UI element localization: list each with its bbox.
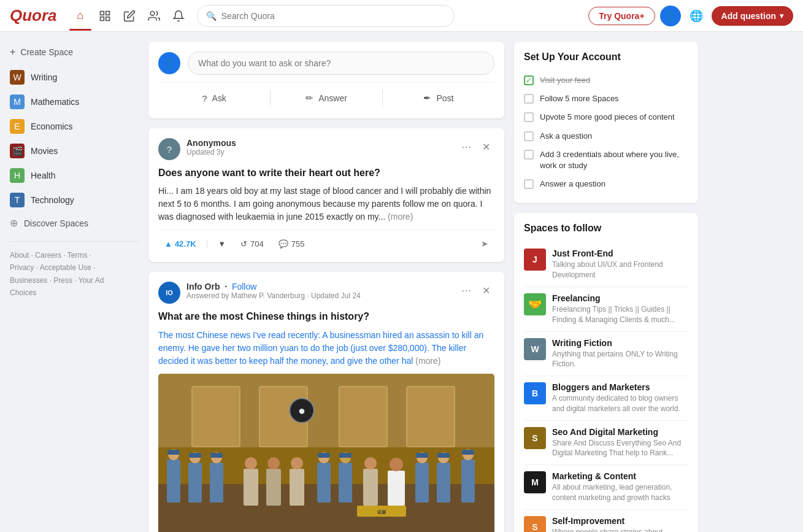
sidebar-item-economics[interactable]: E Economics <box>10 114 139 139</box>
sidebar-item-health[interactable]: H Health <box>10 163 139 188</box>
spaces-to-follow-widget: Spaces to follow J Just Front-End Talkin… <box>514 213 698 532</box>
answer-icon: ✏ <box>305 93 313 104</box>
space-item-0[interactable]: J Just Front-End Talking about UI/UX and… <box>524 242 688 287</box>
post-meta-2: Info Orb · Follow Answered by Mathew P. … <box>186 282 451 300</box>
svg-rect-0 <box>100 11 104 15</box>
share-button-1[interactable]: ➤ <box>475 235 494 252</box>
post-button[interactable]: ✒ Post <box>383 88 494 109</box>
svg-rect-47 <box>210 453 223 458</box>
space-desc-1: Freelancing Tips || Tricks || Guides || … <box>552 304 688 325</box>
language-button[interactable]: 🌐 <box>686 6 707 26</box>
svg-rect-49 <box>339 453 352 458</box>
checklist-item-0: ✓ Visit your feed <box>524 71 688 90</box>
checklist-label-0: Visit your feed <box>540 75 590 86</box>
plus-icon: + <box>10 47 15 58</box>
reshare-icon-1: ↺ <box>240 239 247 249</box>
sidebar-item-movies[interactable]: 🎬 Movies <box>10 139 139 163</box>
space-info-3: Bloggers and Marketers A community dedic… <box>552 382 688 414</box>
notifications-nav-button[interactable] <box>167 5 190 27</box>
create-space-button[interactable]: + Create Space <box>10 42 139 65</box>
svg-rect-2 <box>100 17 104 20</box>
space-name-0: Just Front-End <box>552 249 688 258</box>
sidebar-item-technology[interactable]: T Technology <box>10 188 139 212</box>
discover-spaces-button[interactable]: ⊕ Discover Spaces <box>10 212 139 234</box>
sidebar-item-writing[interactable]: W Writing <box>10 65 139 90</box>
post-more-link-2[interactable]: (more) <box>415 356 440 366</box>
svg-rect-48 <box>318 453 330 458</box>
post-meta-1: Anonymous Updated 3y <box>186 138 451 156</box>
space-desc-2: Anything that pertains ONLY to Writing F… <box>552 349 688 370</box>
svg-rect-23 <box>210 463 223 503</box>
downvote-button-1[interactable]: ▼ <box>212 236 232 252</box>
court-scene-image: 🕐 <box>158 374 494 532</box>
space-icon-5: M <box>524 471 546 493</box>
feed-nav-button[interactable] <box>94 5 116 27</box>
post-more-link-1[interactable]: (more) <box>388 212 413 222</box>
try-plus-button[interactable]: Try Quora+ <box>588 7 655 25</box>
post-more-button-2[interactable]: ⋯ <box>458 282 475 299</box>
svg-rect-19 <box>167 460 180 503</box>
answer-button[interactable]: ✏ Answer <box>271 88 382 109</box>
people-nav-button[interactable] <box>143 5 165 27</box>
post-card-1: ? Anonymous Updated 3y ⋯ ✕ Does anyone w… <box>148 128 504 262</box>
post-more-button-1[interactable]: ⋯ <box>458 138 475 155</box>
space-icon-2: W <box>524 338 546 360</box>
svg-rect-43 <box>461 460 475 503</box>
post-close-button-1[interactable]: ✕ <box>477 138 494 155</box>
ask-avatar: 👤 <box>158 52 180 74</box>
quora-logo[interactable]: Quora <box>10 6 57 25</box>
post-icon: ✒ <box>423 93 431 104</box>
home-nav-button[interactable]: ⌂ <box>69 5 91 27</box>
checklist-item-5: Answer a question <box>524 175 688 193</box>
vote-divider-1: | <box>206 239 209 249</box>
checklist-checkbox-0[interactable]: ✓ <box>524 75 534 85</box>
checklist-checkbox-3[interactable] <box>524 131 534 141</box>
space-item-5[interactable]: M Marketing & Content All about marketin… <box>524 465 688 510</box>
post-image-2: 🕐 <box>158 374 494 532</box>
svg-rect-1 <box>106 11 109 15</box>
post-close-button-2[interactable]: ✕ <box>477 282 494 299</box>
reshare-button-1[interactable]: ↺ 704 <box>234 236 270 252</box>
edit-nav-button[interactable] <box>118 5 140 27</box>
post-card-2: IO Info Orb · Follow Answered by Mathew … <box>148 272 504 532</box>
space-item-2[interactable]: W Writing Fiction Anything that pertains… <box>524 332 688 377</box>
ask-button[interactable]: ? Ask <box>158 88 270 109</box>
space-item-4[interactable]: S Seo And Digital Marketing Share And Di… <box>524 421 688 466</box>
checklist-checkbox-4[interactable] <box>524 150 534 160</box>
checklist-checkbox-1[interactable] <box>524 94 534 104</box>
post-header-1: ? Anonymous Updated 3y ⋯ ✕ <box>158 138 494 160</box>
post-body-1: Hi... I am 18 years old boy at my last s… <box>158 185 494 223</box>
sidebar-item-mathematics[interactable]: M Mathematics <box>10 90 139 114</box>
ask-input[interactable] <box>188 52 494 75</box>
user-avatar[interactable]: 👤 <box>660 6 681 26</box>
writing-space-icon: W <box>10 70 25 85</box>
post-footer-1: ▲ 42.7K | ▼ ↺ 704 💬 755 ➤ <box>158 229 494 252</box>
space-info-2: Writing Fiction Anything that pertains O… <box>552 338 688 370</box>
comment-button-1[interactable]: 💬 755 <box>272 236 311 252</box>
checklist-label-5: Answer a question <box>540 179 605 190</box>
svg-rect-50 <box>416 453 428 458</box>
ask-box: 👤 ? Ask ✏ Answer ✒ Post <box>148 42 504 118</box>
space-icon-1: 🤝 <box>524 293 546 315</box>
checklist-checkbox-5[interactable] <box>524 179 534 189</box>
post-actions-2: ⋯ ✕ <box>458 282 494 299</box>
economics-space-icon: E <box>10 119 25 134</box>
search-box[interactable]: 🔍 <box>197 5 455 27</box>
follow-link-2[interactable]: Follow <box>232 282 256 291</box>
chevron-down-icon: ▾ <box>780 12 783 20</box>
upvote-button-1[interactable]: ▲ 42.7K <box>158 236 202 252</box>
space-icon-3: B <box>524 382 546 404</box>
svg-point-28 <box>267 457 280 469</box>
space-name-5: Marketing & Content <box>552 471 688 481</box>
space-item-3[interactable]: B Bloggers and Marketers A community ded… <box>524 376 688 421</box>
search-input[interactable] <box>221 11 445 21</box>
space-item-6[interactable]: S Self-Improvement Where people share st… <box>524 510 688 532</box>
space-name-6: Self-Improvement <box>552 516 688 526</box>
share-icon-1: ➤ <box>481 239 488 249</box>
ask-input-row: 👤 <box>158 52 494 75</box>
svg-point-38 <box>390 458 403 471</box>
checklist-label-2: Upvote 5 more good pieces of content <box>540 112 675 123</box>
checklist-checkbox-2[interactable] <box>524 112 534 122</box>
add-question-button[interactable]: Add question ▾ <box>712 6 793 26</box>
space-item-1[interactable]: 🤝 Freelancing Freelancing Tips || Tricks… <box>524 287 688 332</box>
